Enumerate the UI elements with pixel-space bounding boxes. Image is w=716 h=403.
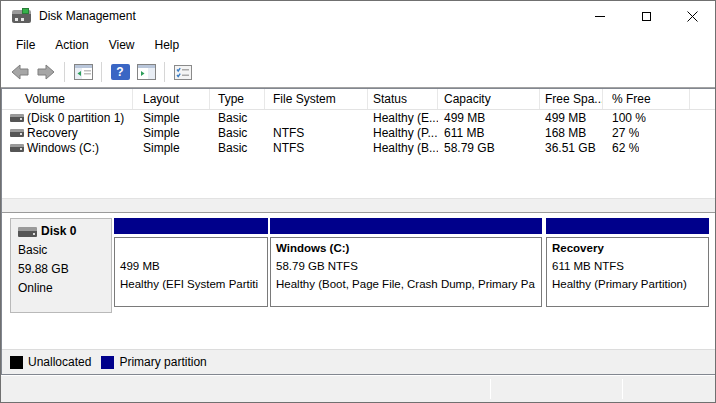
table-row-recovery[interactable]: Recovery Simple Basic NTFS Healthy (P...… xyxy=(2,125,716,140)
legend-label-primary-partition: Primary partition xyxy=(119,355,206,369)
disk-status: Online xyxy=(18,279,104,298)
minimize-icon xyxy=(595,16,605,17)
cell-type: Basic xyxy=(210,126,265,140)
toolbar-separator xyxy=(164,62,165,82)
cell-layout: Simple xyxy=(133,111,210,125)
menu-view[interactable]: View xyxy=(106,36,138,54)
cell-pct-free: 62 % xyxy=(603,141,639,155)
toolbar-separator xyxy=(64,62,65,82)
disk-type: Basic xyxy=(18,241,104,260)
volume-list: (Disk 0 partition 1) Simple Basic Health… xyxy=(2,110,716,155)
legend-label-unallocated: Unallocated xyxy=(28,355,91,369)
maximize-icon xyxy=(642,12,651,21)
volume-name: Recovery xyxy=(27,126,78,140)
column-header-volume[interactable]: Volume xyxy=(2,89,133,109)
cell-capacity: 499 MB xyxy=(438,111,540,125)
partition-status: Healthy (EFI System Partiti xyxy=(120,275,262,293)
column-header-status[interactable]: Status xyxy=(368,89,438,109)
disk-name: Disk 0 xyxy=(41,222,76,241)
partition-recovery[interactable]: Recovery 611 MB NTFS Healthy (Primary Pa… xyxy=(546,218,709,310)
disk-management-window: Disk Management File Action View Help xyxy=(0,0,716,403)
show-action-pane-button[interactable] xyxy=(134,60,158,84)
unallocated-swatch xyxy=(10,356,23,369)
forward-arrow-icon xyxy=(36,64,56,80)
partition-name xyxy=(120,239,262,257)
status-bar xyxy=(1,376,715,402)
legend-bar: Unallocated Primary partition xyxy=(2,349,716,374)
volume-icon xyxy=(10,114,24,122)
partition-status: Healthy (Primary Partition) xyxy=(552,275,703,293)
console-tree-icon xyxy=(74,64,93,80)
primary-partition-swatch xyxy=(101,356,114,369)
partition-size: 58.79 GB NTFS xyxy=(276,257,536,275)
cell-type: Basic xyxy=(210,141,265,155)
table-row-windows-c[interactable]: Windows (C:) Simple Basic NTFS Healthy (… xyxy=(2,140,716,155)
cell-status: Healthy (P... xyxy=(368,126,438,140)
window-title: Disk Management xyxy=(39,9,136,23)
help-icon: ? xyxy=(111,64,130,80)
partition-status: Healthy (Boot, Page File, Crash Dump, Pr… xyxy=(276,275,536,293)
status-bar-separator xyxy=(490,379,491,399)
table-row-partition1[interactable]: (Disk 0 partition 1) Simple Basic Health… xyxy=(2,110,716,125)
menu-bar: File Action View Help xyxy=(1,32,715,57)
back-arrow-icon xyxy=(10,64,30,80)
partition-color-bar xyxy=(270,218,542,234)
back-button[interactable] xyxy=(8,60,32,84)
pane-splitter[interactable] xyxy=(2,198,716,213)
column-header-free-space[interactable]: Free Spa... xyxy=(540,89,603,109)
column-header-capacity[interactable]: Capacity xyxy=(438,89,540,109)
cell-pct-free: 100 % xyxy=(603,111,646,125)
help-button[interactable]: ? xyxy=(108,60,132,84)
cell-layout: Simple xyxy=(133,126,210,140)
menu-file[interactable]: File xyxy=(13,36,38,54)
title-bar[interactable]: Disk Management xyxy=(1,1,715,32)
column-header-layout[interactable]: Layout xyxy=(133,89,210,109)
column-header-type[interactable]: Type xyxy=(210,89,265,109)
console-content-pane: Volume Layout Type File System Status Ca… xyxy=(1,88,716,375)
cell-free-space: 168 MB xyxy=(540,126,603,140)
partition-windows-c[interactable]: Windows (C:) 58.79 GB NTFS Healthy (Boot… xyxy=(270,218,542,310)
volume-list-header: Volume Layout Type File System Status Ca… xyxy=(2,89,716,110)
cell-capacity: 58.79 GB xyxy=(438,141,540,155)
volume-name: (Disk 0 partition 1) xyxy=(27,111,124,125)
properties-button[interactable] xyxy=(171,60,195,84)
maximize-button[interactable] xyxy=(623,1,669,31)
graphical-view: Disk 0 Basic 59.88 GB Online 499 MB Heal… xyxy=(2,213,716,349)
action-pane-icon xyxy=(137,64,156,80)
cell-type: Basic xyxy=(210,111,265,125)
volume-icon xyxy=(10,144,24,152)
cell-free-space: 499 MB xyxy=(540,111,603,125)
close-button[interactable] xyxy=(669,1,715,31)
column-header-filler xyxy=(690,89,716,109)
partition-name: Windows (C:) xyxy=(276,239,536,257)
disk-size: 59.88 GB xyxy=(18,260,104,279)
cell-file-system: NTFS xyxy=(265,126,368,140)
cell-layout: Simple xyxy=(133,141,210,155)
partition-size: 499 MB xyxy=(120,257,262,275)
disk0-header[interactable]: Disk 0 Basic 59.88 GB Online xyxy=(10,218,112,313)
column-header-file-system[interactable]: File System xyxy=(265,89,368,109)
app-icon xyxy=(12,10,31,23)
partition-efi[interactable]: 499 MB Healthy (EFI System Partiti xyxy=(114,218,268,310)
toolbar-separator xyxy=(101,62,102,82)
checklist-icon xyxy=(174,65,192,80)
column-header-pct-free[interactable]: % Free xyxy=(603,89,690,109)
forward-button[interactable] xyxy=(34,60,58,84)
show-console-tree-button[interactable] xyxy=(71,60,95,84)
partition-name: Recovery xyxy=(552,239,703,257)
disk-icon xyxy=(18,227,37,237)
cell-status: Healthy (E... xyxy=(368,111,438,125)
toolbar: ? xyxy=(1,57,715,88)
cell-capacity: 611 MB xyxy=(438,126,540,140)
partition-size: 611 MB NTFS xyxy=(552,257,703,275)
minimize-button[interactable] xyxy=(577,1,623,31)
menu-help[interactable]: Help xyxy=(152,36,183,54)
cell-status: Healthy (B... xyxy=(368,141,438,155)
close-icon xyxy=(687,11,698,22)
cell-file-system: NTFS xyxy=(265,141,368,155)
volume-icon xyxy=(10,129,24,137)
volume-name: Windows (C:) xyxy=(27,141,99,155)
window-controls xyxy=(577,1,715,31)
menu-action[interactable]: Action xyxy=(52,36,91,54)
partition-color-bar xyxy=(546,218,709,234)
